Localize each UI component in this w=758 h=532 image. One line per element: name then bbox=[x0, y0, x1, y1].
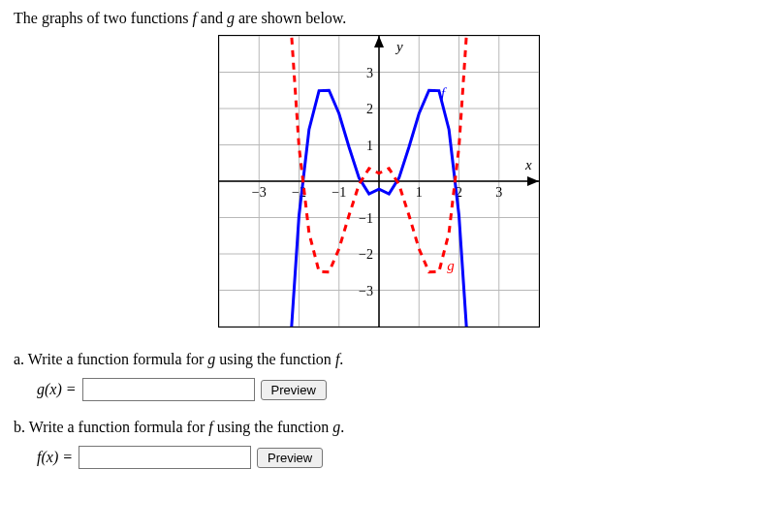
svg-marker-21 bbox=[527, 176, 539, 186]
prompt-text: The graphs of two functions f and g are … bbox=[14, 10, 744, 27]
preview-button-b[interactable]: Preview bbox=[257, 448, 323, 468]
svg-text:1: 1 bbox=[416, 185, 423, 200]
svg-text:−3: −3 bbox=[359, 284, 373, 298]
svg-text:x: x bbox=[524, 157, 532, 172]
prompt-pre: The graphs of two functions bbox=[14, 10, 192, 26]
question-b: b. Write a function formula for f using … bbox=[14, 419, 744, 436]
svg-text:1: 1 bbox=[366, 139, 373, 153]
g-of-x-label: g(x) = bbox=[37, 381, 77, 398]
question-a: a. Write a function formula for g using … bbox=[14, 351, 744, 368]
f-of-x-label: f(x) = bbox=[37, 449, 73, 466]
f-of-x-input[interactable] bbox=[79, 446, 251, 469]
svg-text:−2: −2 bbox=[359, 247, 373, 262]
prompt-g: g bbox=[227, 10, 235, 26]
question-a-pre: a. Write a function formula for bbox=[14, 351, 207, 367]
svg-text:3: 3 bbox=[495, 185, 502, 200]
function-graph: −3−2−1123−3−2−1123yxfg bbox=[218, 35, 540, 328]
svg-text:y: y bbox=[395, 39, 403, 54]
svg-marker-20 bbox=[374, 36, 384, 47]
svg-text:2: 2 bbox=[366, 102, 373, 116]
question-b-post: . bbox=[340, 419, 344, 435]
prompt-mid: and bbox=[197, 10, 227, 26]
g-of-x-input[interactable] bbox=[82, 378, 255, 401]
svg-text:−1: −1 bbox=[332, 185, 346, 200]
prompt-post: are shown below. bbox=[235, 10, 346, 26]
question-b-mid: using the function bbox=[213, 419, 333, 435]
question-a-post: . bbox=[339, 351, 343, 367]
svg-text:3: 3 bbox=[366, 66, 373, 80]
svg-text:−3: −3 bbox=[252, 185, 267, 200]
svg-text:g: g bbox=[447, 258, 455, 273]
question-a-mid: using the function bbox=[215, 351, 335, 367]
preview-button-a[interactable]: Preview bbox=[261, 380, 327, 400]
svg-text:−1: −1 bbox=[359, 211, 373, 226]
question-b-pre: b. Write a function formula for bbox=[14, 419, 208, 435]
svg-text:f: f bbox=[441, 85, 447, 101]
